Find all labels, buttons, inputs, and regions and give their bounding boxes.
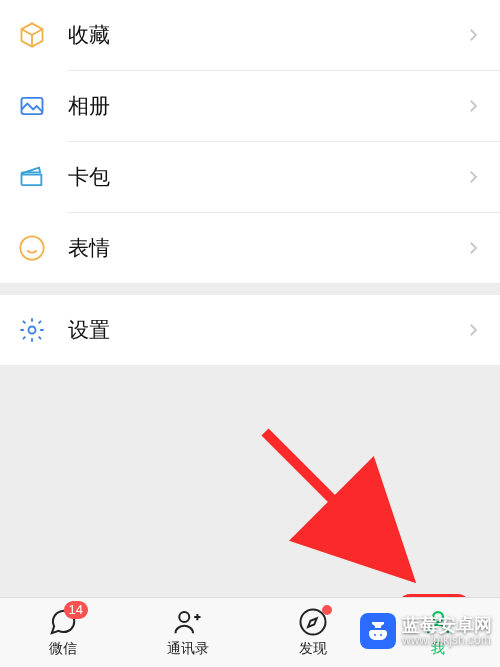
menu-label: 收藏 (68, 21, 464, 49)
gear-icon (18, 316, 46, 344)
chat-icon: 14 (48, 607, 78, 637)
tab-label: 微信 (49, 640, 77, 658)
chevron-right-icon (464, 321, 482, 339)
svg-point-2 (29, 327, 36, 334)
svg-point-6 (433, 612, 443, 622)
svg-point-1 (20, 236, 43, 259)
chevron-right-icon (464, 26, 482, 44)
svg-point-5 (300, 610, 325, 635)
menu-label: 设置 (68, 316, 464, 344)
menu-section-1: 收藏 相册 卡包 表情 (0, 0, 500, 283)
menu-stickers[interactable]: 表情 (0, 213, 500, 283)
menu-label: 表情 (68, 234, 464, 262)
tabbar: 14 微信 通讯录 发现 我 (0, 597, 500, 667)
menu-settings[interactable]: 设置 (0, 295, 500, 365)
chevron-right-icon (464, 97, 482, 115)
tab-label: 通讯录 (167, 640, 209, 658)
cube-icon (18, 21, 46, 49)
tab-discover[interactable]: 发现 (250, 598, 375, 667)
wallet-icon (18, 163, 46, 191)
tab-contacts[interactable]: 通讯录 (125, 598, 250, 667)
menu-section-2: 设置 (0, 295, 500, 365)
menu-label: 卡包 (68, 163, 464, 191)
chevron-right-icon (464, 168, 482, 186)
chevron-right-icon (464, 239, 482, 257)
menu-favorites[interactable]: 收藏 (0, 0, 500, 70)
menu-label: 相册 (68, 92, 464, 120)
tab-chats[interactable]: 14 微信 (0, 598, 125, 667)
menu-album[interactable]: 相册 (0, 71, 500, 141)
compass-icon (298, 607, 328, 637)
person-icon (423, 607, 453, 637)
photo-icon (18, 92, 46, 120)
contact-icon (173, 607, 203, 637)
tab-dot (322, 605, 332, 615)
tab-label: 我 (431, 640, 445, 658)
smile-icon (18, 234, 46, 262)
menu-cards[interactable]: 卡包 (0, 142, 500, 212)
tab-badge: 14 (64, 601, 88, 619)
tab-label: 发现 (299, 640, 327, 658)
svg-point-4 (179, 612, 189, 622)
tab-me[interactable]: 我 (375, 598, 500, 667)
svg-line-3 (265, 432, 395, 562)
